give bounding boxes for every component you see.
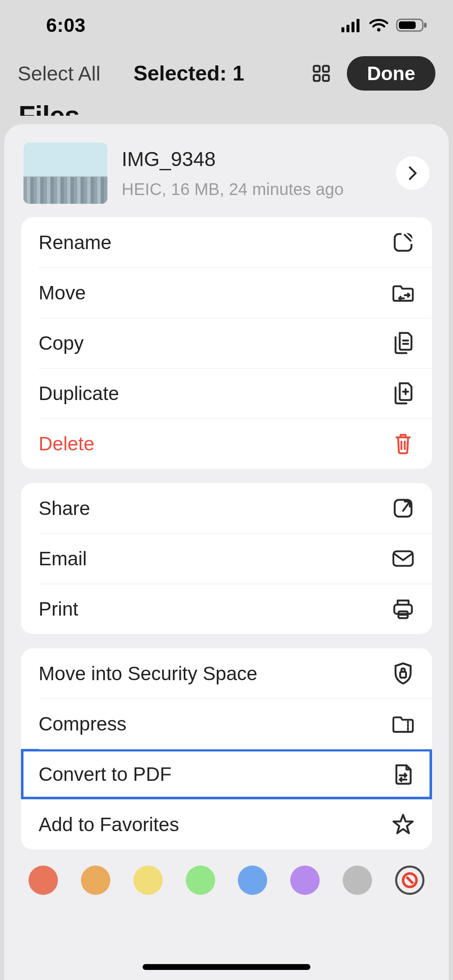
action-rename[interactable]: Rename (21, 217, 432, 268)
battery-icon (396, 18, 428, 33)
tag-yellow[interactable] (133, 866, 163, 895)
file-meta: HEIC, 16 MB, 24 minutes ago (122, 180, 396, 199)
done-button[interactable]: Done (347, 56, 435, 91)
svg-rect-17 (400, 672, 406, 678)
tag-red[interactable] (29, 866, 58, 895)
action-add-favorite[interactable]: Add to Favorites (21, 799, 432, 850)
tag-orange[interactable] (81, 866, 110, 895)
archive-icon (392, 712, 414, 735)
action-group-more: Move into Security Space Compress Conver… (21, 648, 432, 850)
svg-rect-15 (394, 605, 412, 614)
action-label: Compress (39, 712, 127, 735)
page-title: Files (0, 100, 453, 116)
file-name: IMG_9348 (122, 148, 396, 171)
status-indicators (341, 18, 428, 33)
action-share[interactable]: Share (21, 483, 432, 533)
action-sheet: IMG_9348 HEIC, 16 MB, 24 minutes ago Ren… (4, 124, 449, 980)
share-out-icon (392, 497, 414, 520)
tag-clear[interactable] (395, 866, 424, 895)
action-label: Print (39, 598, 78, 620)
action-group-share: Share Email Print (21, 483, 432, 634)
action-label: Rename (39, 231, 112, 254)
trash-icon (392, 432, 414, 455)
action-label: Duplicate (39, 382, 119, 405)
action-convert-pdf[interactable]: Convert to PDF (21, 749, 432, 799)
sheet-header[interactable]: IMG_9348 HEIC, 16 MB, 24 minutes ago (4, 138, 449, 217)
edit-icon (392, 231, 414, 254)
action-duplicate[interactable]: Duplicate (21, 368, 432, 419)
action-print[interactable]: Print (21, 584, 432, 634)
svg-rect-10 (314, 75, 320, 81)
view-grid-icon[interactable] (311, 63, 332, 84)
svg-rect-3 (357, 19, 359, 32)
action-move[interactable]: Move (21, 268, 432, 318)
action-label: Copy (39, 332, 83, 354)
action-label: Move into Security Space (39, 662, 258, 685)
envelope-icon (392, 547, 414, 570)
home-indicator[interactable] (143, 964, 310, 970)
action-label: Convert to PDF (39, 763, 172, 785)
svg-rect-8 (314, 66, 320, 72)
svg-point-4 (377, 28, 380, 31)
svg-rect-0 (341, 27, 344, 32)
selection-toolbar: Select All Selected: 1 Done (0, 50, 453, 96)
chevron-right-icon[interactable] (396, 156, 430, 190)
select-all-button[interactable]: Select All (18, 62, 100, 85)
action-label: Share (39, 497, 90, 520)
svg-rect-1 (346, 25, 349, 32)
star-icon (392, 813, 414, 836)
tag-purple[interactable] (290, 866, 320, 895)
action-label: Email (39, 547, 87, 570)
status-time: 6:03 (46, 14, 86, 36)
tag-blue[interactable] (238, 866, 267, 895)
cellular-signal-icon (341, 18, 362, 32)
svg-rect-7 (424, 23, 427, 28)
action-compress[interactable]: Compress (21, 699, 432, 749)
svg-rect-14 (393, 551, 413, 566)
printer-icon (392, 598, 414, 620)
svg-rect-2 (351, 22, 354, 32)
svg-rect-9 (323, 66, 329, 72)
folder-move-icon (392, 281, 414, 304)
status-bar: 6:03 (0, 0, 453, 50)
action-copy[interactable]: Copy (21, 318, 432, 368)
action-label: Move (39, 281, 86, 304)
tag-color-row (4, 862, 449, 895)
action-group-file-ops: Rename Move Copy Duplicate Delete (21, 217, 432, 469)
action-label: Add to Favorites (39, 813, 179, 836)
svg-rect-11 (323, 75, 329, 81)
tag-green[interactable] (186, 866, 215, 895)
selected-count: Selected: 1 (133, 62, 244, 85)
wifi-icon (369, 18, 388, 32)
shield-lock-icon (392, 662, 414, 685)
file-thumbnail (23, 143, 107, 204)
action-email[interactable]: Email (21, 533, 432, 584)
tag-gray[interactable] (343, 866, 372, 895)
action-security-space[interactable]: Move into Security Space (21, 648, 432, 699)
doc-duplicate-icon (392, 332, 414, 354)
action-label: Delete (39, 432, 94, 455)
action-delete[interactable]: Delete (21, 419, 432, 469)
doc-plus-icon (392, 382, 414, 405)
svg-rect-6 (399, 21, 416, 29)
convert-icon (392, 763, 414, 785)
